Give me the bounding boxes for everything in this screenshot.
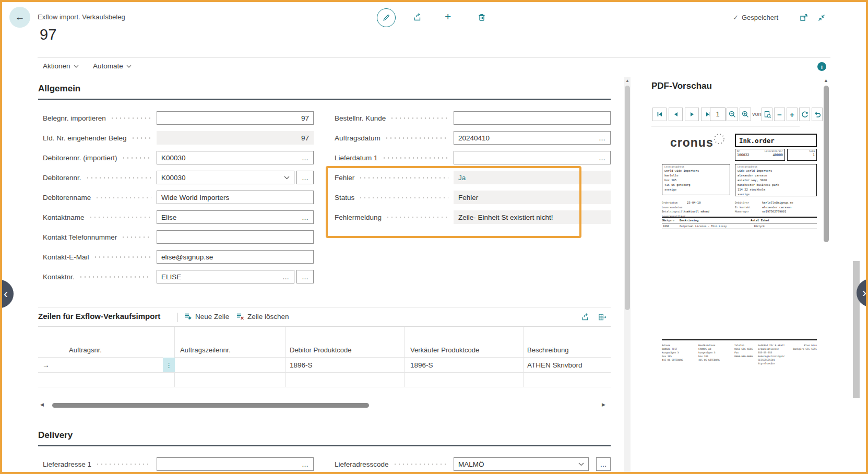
- bestellnr-kunde-input[interactable]: [454, 111, 611, 125]
- field-fehler: Fehler Ja: [335, 171, 611, 184]
- collapse-button[interactable]: [817, 13, 826, 22]
- section-title-zeilen[interactable]: Zeilen für Exflow-Verkaufsimport: [38, 312, 160, 321]
- column-header-verkaeufer-produktcode[interactable]: Verkäufer Produktcode: [410, 346, 479, 354]
- save-status: ✓ Gespeichert: [733, 14, 778, 21]
- debitorennr-importiert-input[interactable]: K00030 …: [157, 151, 314, 164]
- column-header-auftragszeilennr[interactable]: Auftragszeilennr.: [180, 346, 231, 354]
- pdf-vscroll-up-arrow[interactable]: ▲: [824, 78, 828, 83]
- field-label: Kontaktname: [43, 214, 85, 221]
- assist-edit-icon[interactable]: …: [599, 154, 606, 162]
- debitorennr-select[interactable]: K00030: [157, 171, 294, 184]
- window-scrollbar-thumb[interactable]: [853, 261, 860, 398]
- column-header-auftragsnr[interactable]: Auftragsnr.: [69, 346, 102, 354]
- edit-button[interactable]: [377, 8, 396, 27]
- field-label: Kontakt-E-Mail: [43, 253, 89, 261]
- doc-item-quantity: 10styck: [754, 224, 765, 228]
- section-title-delivery[interactable]: Delivery: [38, 430, 73, 441]
- pdf-reset-button[interactable]: [812, 108, 823, 121]
- pdf-prev-page-button[interactable]: [669, 108, 683, 121]
- pdf-first-page-button[interactable]: [652, 108, 667, 121]
- assist-edit-icon[interactable]: …: [282, 273, 290, 281]
- section-title-allgemein[interactable]: Allgemein: [38, 84, 80, 94]
- pdf-next-page-button[interactable]: [685, 108, 699, 121]
- assist-edit-icon[interactable]: …: [302, 214, 309, 221]
- column-header-beschreibung[interactable]: Beschreibung: [527, 346, 569, 354]
- doc-footer-rule: [662, 339, 817, 340]
- lieferdatum-1-input[interactable]: …: [454, 151, 611, 164]
- kontaktnr-more-button[interactable]: …: [296, 270, 314, 283]
- doc-items-col-nr: Nr: [663, 219, 667, 222]
- previous-record-button[interactable]: ‹: [0, 280, 14, 308]
- open-in-excel-button[interactable]: [598, 313, 607, 322]
- fehler-readonly: Ja: [454, 171, 611, 184]
- horizontal-scrollbar-thumb[interactable]: [52, 403, 369, 408]
- pdf-page-input[interactable]: [710, 108, 726, 121]
- debitorennr-more-button[interactable]: …: [296, 171, 314, 184]
- cell-verkaeufer-produktcode[interactable]: 1896-S: [410, 358, 515, 372]
- cell-verkaeufer-produktcode[interactable]: [410, 372, 515, 387]
- pdf-plus-button[interactable]: +: [787, 108, 798, 121]
- doc-page-value: 1: [789, 153, 815, 157]
- doc-meta-box: Nr Leverantörsnr 106022 40000: [735, 149, 785, 161]
- pdf-vertical-scrollbar-thumb[interactable]: [824, 86, 829, 242]
- field-lieferdatum-1: Lieferdatum 1 …: [335, 151, 611, 164]
- cell-beschreibung[interactable]: [527, 372, 608, 387]
- table-row[interactable]: [38, 372, 611, 387]
- new-line-button[interactable]: Neue Zeile: [184, 312, 229, 321]
- open-in-new-window-button[interactable]: [799, 13, 808, 22]
- delete-line-button[interactable]: Zeile löschen: [236, 312, 289, 321]
- assist-edit-icon[interactable]: …: [599, 134, 606, 142]
- cell-debitor-produktcode[interactable]: 1896-S: [290, 358, 399, 372]
- field-kontaktname: Kontaktname Elise …: [43, 210, 314, 224]
- cell-auftragsnr[interactable]: [55, 358, 159, 372]
- lines-table: Auftragsnr. Auftragszeilennr. Debitor Pr…: [38, 326, 611, 387]
- hscroll-left-arrow[interactable]: ◀: [40, 402, 44, 407]
- column-header-debitor-produktcode[interactable]: Debitor Produktcode: [290, 346, 352, 354]
- plus-icon: +: [790, 110, 794, 119]
- pdf-zoom-out-button[interactable]: [727, 108, 738, 121]
- pdf-refresh-button[interactable]: [799, 108, 810, 121]
- section-underline: [38, 99, 611, 100]
- cell-auftragszeilennr[interactable]: [180, 372, 279, 387]
- lieferadresse-1-input[interactable]: …: [157, 457, 314, 471]
- kontakt-email-input[interactable]: elise@signup.se: [157, 250, 314, 264]
- cell-auftragsnr[interactable]: [55, 372, 159, 387]
- cell-debitor-produktcode[interactable]: [290, 372, 399, 387]
- lieferadresscode-more-button[interactable]: …: [596, 457, 611, 471]
- new-button[interactable]: +: [445, 10, 451, 23]
- belegnr-importieren-input[interactable]: 97: [157, 111, 314, 125]
- share-button[interactable]: [413, 13, 422, 22]
- debitorenname-input[interactable]: Wide World Importers: [157, 191, 314, 204]
- share-lines-button[interactable]: [581, 313, 590, 322]
- kontaktnr-input[interactable]: ELISE …: [157, 270, 294, 283]
- dotted-leader: [385, 137, 448, 139]
- cell-beschreibung[interactable]: ATHEN Skrivbord: [527, 358, 608, 372]
- cell-auftragszeilennr[interactable]: [180, 358, 279, 372]
- pdf-minus-button[interactable]: −: [774, 108, 785, 121]
- kontakt-telefonnummer-input[interactable]: [157, 230, 314, 244]
- new-line-icon: [184, 312, 192, 321]
- header-divider: [38, 57, 830, 58]
- assist-edit-icon[interactable]: …: [302, 460, 309, 468]
- pencil-icon: [382, 14, 390, 22]
- main-vertical-scrollbar-thumb[interactable]: [625, 86, 630, 310]
- pdf-document-preview[interactable]: cronus Ink.order Nr Leverantörsnr 106022…: [659, 132, 818, 380]
- vscroll-up-arrow[interactable]: ▲: [625, 78, 629, 83]
- back-button[interactable]: ←: [9, 7, 30, 28]
- pdf-zoom-in-button[interactable]: [740, 108, 751, 121]
- pdf-fit-page-button[interactable]: [762, 108, 772, 121]
- lieferadresscode-select[interactable]: MALMÖ: [454, 457, 589, 471]
- chevron-down-icon: [126, 65, 132, 68]
- delete-button[interactable]: [477, 13, 486, 22]
- row-options-button[interactable]: ⋮: [163, 358, 175, 372]
- menu-aktionen[interactable]: Aktionen: [43, 62, 79, 70]
- table-row[interactable]: → 1896-S 1896-S ATHEN Skrivbord ⋮: [38, 358, 611, 373]
- info-button[interactable]: i: [817, 62, 826, 71]
- lines-table-header: Auftragsnr. Auftragszeilennr. Debitor Pr…: [38, 327, 611, 358]
- menu-automate[interactable]: Automate: [93, 62, 132, 70]
- hscroll-right-arrow[interactable]: ▶: [602, 402, 605, 407]
- assist-edit-icon[interactable]: …: [302, 154, 309, 162]
- zoom-in-icon: [741, 110, 750, 118]
- auftragsdatum-input[interactable]: 20240410 …: [454, 131, 611, 145]
- kontaktname-input[interactable]: Elise …: [157, 210, 314, 224]
